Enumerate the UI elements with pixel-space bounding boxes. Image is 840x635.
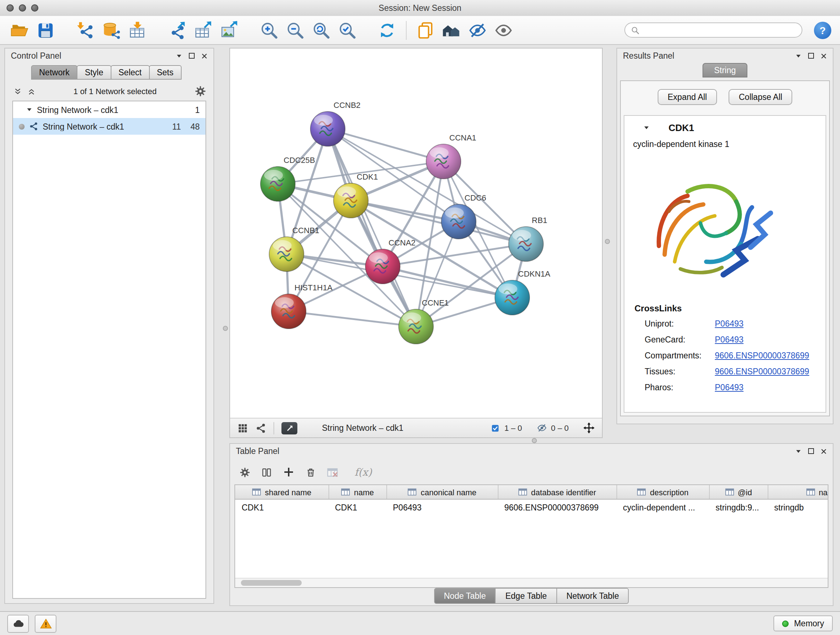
close-panel-icon[interactable] [821, 52, 827, 59]
crosslink-row: Uniprot: P06493 [624, 314, 826, 329]
cell-name[interactable]: CDK1 [328, 499, 386, 515]
column-header-id[interactable]: @id [709, 485, 767, 499]
float-panel-icon[interactable] [189, 53, 195, 59]
float-panel-icon[interactable] [808, 448, 814, 454]
open-session-button[interactable] [9, 19, 30, 41]
import-network-database-button[interactable] [101, 19, 122, 41]
add-column-plus-icon[interactable] [283, 466, 294, 478]
table-row[interactable]: CDK1 CDK1 P06493 9606.ENSP00000378699 cy… [235, 499, 829, 515]
network-node-hist1h1a[interactable]: HIST1H1A [271, 283, 332, 329]
panel-menu-caret-icon[interactable] [795, 52, 802, 59]
network-edge[interactable] [328, 129, 444, 162]
column-header-shared-name[interactable]: shared name [235, 485, 328, 499]
network-node-cdkn1a[interactable]: CDKN1A [495, 269, 551, 315]
tab-network[interactable]: Network [31, 65, 77, 80]
expand-all-button[interactable]: Expand All [658, 89, 717, 105]
grid-view-icon[interactable] [237, 423, 248, 433]
right-splitter-handle[interactable] [605, 239, 610, 244]
tab-node-table[interactable]: Node Table [434, 588, 496, 604]
left-splitter-handle[interactable] [223, 326, 228, 331]
network-collection-row[interactable]: String Network – cdk1 1 [13, 101, 205, 118]
delete-column-trash-icon[interactable] [305, 467, 316, 478]
network-node-ccnb2[interactable]: CCNB2 [310, 101, 361, 146]
panel-menu-caret-icon[interactable] [176, 52, 182, 59]
zoom-window-button[interactable] [31, 4, 38, 11]
column-header-database-identifier[interactable]: database identifier [498, 485, 616, 499]
save-session-button[interactable] [35, 19, 57, 41]
network-node-ccnb1[interactable]: CCNB1 [269, 226, 319, 272]
close-panel-icon[interactable] [201, 52, 208, 59]
network-node-rb1[interactable]: RB1 [508, 216, 547, 261]
section-caret-icon[interactable] [643, 125, 650, 131]
bottom-splitter-handle[interactable] [532, 438, 537, 443]
column-header-canonical-name[interactable]: canonical name [386, 485, 498, 499]
horizontal-scrollbar[interactable] [235, 578, 828, 587]
expand-all-icon[interactable] [27, 87, 35, 95]
network-edge[interactable] [328, 129, 416, 326]
tab-select[interactable]: Select [111, 65, 150, 80]
zoom-out-button[interactable] [284, 19, 306, 41]
cell-id[interactable]: stringdb:9... [709, 499, 767, 515]
import-network-file-button[interactable] [74, 19, 96, 41]
help-button[interactable]: ? [814, 21, 831, 39]
selected-checkbox-icon[interactable] [491, 423, 500, 432]
warnings-button[interactable] [35, 614, 57, 632]
search-box[interactable] [624, 22, 802, 38]
string-home-button[interactable] [441, 19, 462, 41]
tree-caret-icon[interactable] [26, 106, 33, 113]
refresh-view-button[interactable] [376, 19, 398, 41]
export-network-button[interactable] [166, 19, 188, 41]
pan-move-icon[interactable] [583, 422, 595, 434]
crosslink-compartments-link[interactable]: 9606.ENSP00000378699 [715, 350, 809, 361]
tab-network-table[interactable]: Network Table [557, 588, 629, 604]
network-row[interactable]: String Network – cdk1 11 48 [13, 118, 205, 135]
crosslink-genecard-link[interactable]: P06493 [715, 334, 744, 345]
show-eye-button[interactable] [493, 19, 515, 41]
panel-menu-caret-icon[interactable] [795, 448, 802, 454]
overview-network-icon[interactable] [256, 423, 266, 433]
import-table-button[interactable] [126, 19, 148, 41]
tab-string[interactable]: String [703, 63, 747, 78]
close-panel-icon[interactable] [821, 448, 827, 454]
zoom-selected-button[interactable] [336, 19, 358, 41]
network-canvas[interactable]: CCNB2CCNA1CDC25BCDK1CDC6RB1CCNB1CCNA2CDK… [230, 49, 602, 417]
column-header-description[interactable]: description [616, 485, 709, 499]
cell-database-identifier[interactable]: 9606.ENSP00000378699 [498, 499, 616, 515]
zoom-in-button[interactable] [258, 19, 280, 41]
cloud-button[interactable] [7, 614, 29, 632]
column-header-namespace[interactable]: namespace [767, 485, 829, 499]
crosslink-uniprot-link[interactable]: P06493 [715, 318, 744, 329]
tab-edge-table[interactable]: Edge Table [496, 588, 557, 604]
network-node-ccna1[interactable]: CCNA1 [426, 133, 477, 179]
cell-canonical-name[interactable]: P06493 [386, 499, 498, 515]
search-input[interactable] [643, 25, 796, 35]
copy-pages-button[interactable] [415, 19, 436, 41]
scrollbar-thumb[interactable] [241, 580, 302, 586]
function-builder-icon[interactable]: f(x) [355, 466, 372, 478]
collapse-all-button[interactable]: Collapse All [729, 89, 792, 105]
network-node-cdk1[interactable]: CDK1 [333, 172, 378, 218]
gear-icon[interactable] [195, 86, 206, 97]
column-header-name[interactable]: name [328, 485, 386, 499]
cell-description[interactable]: cyclin-dependent ... [616, 499, 709, 515]
tab-style[interactable]: Style [77, 65, 111, 80]
hidden-eye-slash-icon[interactable] [537, 423, 546, 433]
show-columns-icon[interactable] [261, 467, 272, 478]
hide-glasses-button[interactable] [467, 19, 488, 41]
export-image-button[interactable] [218, 19, 240, 41]
collapse-all-icon[interactable] [14, 87, 22, 95]
cell-shared-name[interactable]: CDK1 [235, 499, 328, 515]
close-window-button[interactable] [6, 4, 14, 11]
crosslink-tissues-link[interactable]: 9606.ENSP00000378699 [715, 366, 809, 377]
cell-namespace[interactable]: stringdb [767, 499, 829, 515]
float-panel-icon[interactable] [808, 53, 814, 59]
table-settings-gear-icon[interactable] [240, 467, 250, 478]
zoom-fit-button[interactable] [310, 19, 332, 41]
crosslink-pharos-link[interactable]: P06493 [715, 382, 744, 393]
memory-button[interactable]: Memory [774, 616, 833, 631]
export-table-button[interactable] [193, 19, 214, 41]
birdseye-view-button[interactable] [281, 422, 297, 434]
network-edge[interactable] [289, 311, 416, 326]
minimize-window-button[interactable] [19, 4, 26, 11]
tab-sets[interactable]: Sets [149, 65, 181, 80]
